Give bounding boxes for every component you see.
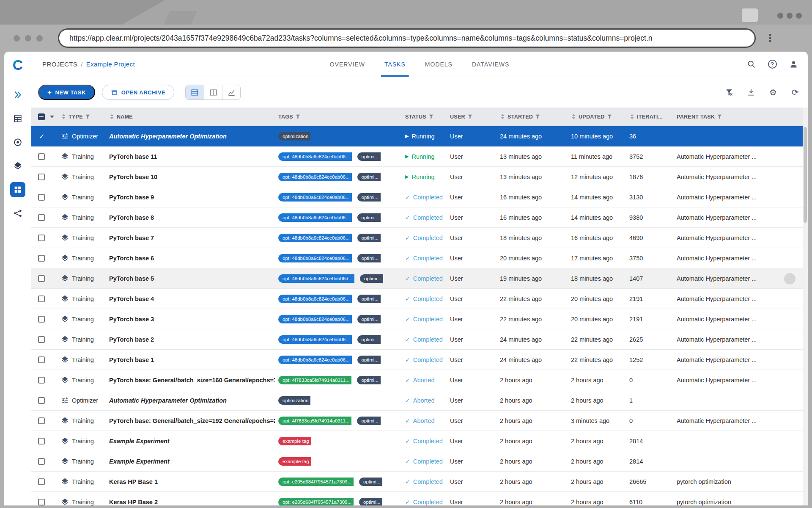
row-checkbox[interactable]	[38, 235, 45, 241]
sort-icon[interactable]	[571, 113, 576, 120]
row-checkbox[interactable]	[38, 153, 45, 160]
task-name: Automatic Hyperparameter Optimization	[106, 133, 275, 140]
row-checkbox[interactable]	[38, 214, 45, 221]
table-row[interactable]: Training PyTorch base 3 opt: 48db0b8a6c8…	[31, 309, 808, 329]
table-row[interactable]: Training Keras HP Base 2 opt: e205d684f7…	[31, 492, 808, 505]
nav-item-dashboard[interactable]	[10, 87, 25, 102]
table-row[interactable]: Training PyTorch base 9 opt: 48db0b8a6c8…	[31, 187, 808, 207]
table-view-button[interactable]	[186, 85, 204, 99]
breadcrumb-projects[interactable]: PROJECTS	[42, 61, 77, 68]
sort-icon[interactable]	[500, 113, 505, 120]
nav-item-experiments-active[interactable]	[10, 182, 25, 197]
table-row[interactable]: Training PyTorch base 6 opt: 48db0b8a6c8…	[31, 248, 808, 268]
settings-icon[interactable]: ⚙	[768, 87, 778, 97]
breadcrumb-current-project[interactable]: Example Project	[86, 61, 135, 68]
tab-overview[interactable]: OVERVIEW	[330, 52, 365, 77]
vertical-scrollbar[interactable]	[803, 108, 808, 505]
task-name: Example Experiment	[106, 458, 275, 465]
column-header[interactable]: PARENT TASK	[673, 114, 808, 120]
row-checkbox[interactable]	[38, 316, 45, 323]
table-row[interactable]: Training PyTorch base 7 opt: 48db0b8a6c8…	[31, 228, 808, 248]
browser-buttons[interactable]	[14, 35, 43, 41]
column-header[interactable]: TYPE	[58, 113, 106, 120]
split-view-button[interactable]	[204, 85, 222, 99]
row-checkbox[interactable]	[38, 133, 45, 140]
row-checkbox[interactable]	[38, 174, 45, 180]
row-checkbox[interactable]	[38, 356, 45, 363]
scrollbar-thumb[interactable]	[804, 127, 807, 223]
clearml-logo[interactable]: C	[10, 57, 26, 73]
browser-menu-icon[interactable]: ⋮	[765, 33, 775, 43]
row-checkbox[interactable]	[38, 275, 45, 282]
sort-icon[interactable]	[61, 113, 66, 120]
chart-view-button[interactable]	[222, 85, 240, 99]
tab-tasks[interactable]: TASKS	[384, 52, 406, 77]
grid-icon	[13, 114, 22, 123]
row-checkbox[interactable]	[38, 438, 45, 444]
row-checkbox[interactable]	[38, 295, 45, 302]
column-header[interactable]: STARTED	[497, 113, 568, 120]
row-checkbox[interactable]	[38, 478, 45, 485]
column-header[interactable]: NAME	[106, 113, 275, 120]
nav-item-datasets[interactable]	[10, 158, 25, 174]
row-checkbox[interactable]	[38, 397, 45, 404]
table-row[interactable]: Training PyTorch base 2 opt: 48db0b8a6c8…	[31, 329, 808, 350]
download-icon[interactable]	[746, 87, 756, 97]
profile-icon[interactable]	[788, 59, 798, 69]
row-checkbox[interactable]	[38, 458, 45, 465]
training-type-icon	[61, 376, 69, 384]
table-row[interactable]: Training PyTorch base 10 opt: 48db0b8a6c…	[31, 167, 808, 187]
table-row[interactable]: Training PyTorch base 8 opt: 48db0b8a6c8…	[31, 207, 808, 228]
filter-icon[interactable]	[717, 114, 722, 119]
column-header[interactable]: ITERATI...	[626, 113, 673, 120]
row-checkbox[interactable]	[38, 499, 45, 505]
search-icon[interactable]	[746, 59, 756, 69]
sort-icon[interactable]	[629, 113, 635, 120]
help-icon[interactable]: ?	[767, 59, 777, 69]
status-icon: ✓	[405, 316, 410, 322]
table-row[interactable]: Training PyTorch base: General/batch_siz…	[31, 411, 808, 431]
column-header[interactable]: STATUS	[402, 114, 447, 120]
table-row[interactable]: Training PyTorch base 5 opt: 48db0b8a6c8…	[31, 268, 808, 289]
chevron-down-icon[interactable]	[50, 116, 54, 118]
table-row[interactable]: Training Keras HP Base 1 opt: e205d684f7…	[31, 472, 808, 492]
open-archive-button[interactable]: OPEN ARCHIVE	[102, 85, 174, 100]
new-task-button[interactable]: + NEW TASK	[38, 85, 95, 100]
row-checkbox[interactable]	[38, 377, 45, 384]
select-all-checkbox[interactable]	[38, 113, 45, 120]
table-row[interactable]: Training Example Experiment example tag …	[31, 431, 808, 451]
row-checkbox[interactable]	[38, 417, 45, 424]
clear-filters-icon[interactable]	[724, 87, 734, 97]
tab-models[interactable]: MODELS	[425, 52, 453, 77]
table-row[interactable]: Optimizer Automatic Hyperparameter Optim…	[31, 126, 808, 146]
window-control[interactable]	[742, 8, 758, 22]
address-bar[interactable]: https://app.clear.ml/projects/2043a1657f…	[58, 28, 756, 48]
column-header[interactable]: TAGS	[275, 114, 402, 120]
table-row[interactable]: Training PyTorch base 11 opt: 48db0b8a6c…	[31, 146, 808, 167]
table-row[interactable]: Training PyTorch base 4 opt: 48db0b8a6c8…	[31, 289, 808, 309]
column-header[interactable]: UPDATED	[568, 113, 626, 120]
row-checkbox[interactable]	[38, 255, 45, 262]
table-row[interactable]: Training Example Experiment example tag …	[31, 451, 808, 472]
filter-icon[interactable]	[295, 114, 301, 119]
nav-item-projects[interactable]	[10, 111, 25, 126]
window-control-dots[interactable]	[777, 13, 802, 19]
filter-icon[interactable]	[467, 114, 473, 119]
nav-item-workers[interactable]	[10, 206, 25, 221]
tab-dataviews[interactable]: DATAVIEWS	[472, 52, 509, 77]
filter-icon[interactable]	[535, 114, 540, 119]
filter-icon[interactable]	[428, 114, 434, 119]
filter-icon[interactable]	[607, 114, 612, 119]
filter-icon[interactable]	[85, 114, 91, 119]
row-checkbox[interactable]	[38, 194, 45, 201]
task-user: User	[447, 153, 497, 160]
nav-item-pipelines[interactable]	[10, 135, 25, 150]
column-header[interactable]: USER	[447, 114, 497, 120]
table-row[interactable]: Training PyTorch base: General/batch_siz…	[31, 370, 808, 390]
sort-icon[interactable]	[109, 113, 115, 120]
floating-button[interactable]	[784, 273, 796, 284]
table-row[interactable]: Optimizer Automatic Hyperparameter Optim…	[31, 390, 808, 411]
table-row[interactable]: Training PyTorch base 1 opt: 48db0b8a6c8…	[31, 350, 808, 370]
refresh-icon[interactable]: ⟳	[790, 87, 800, 97]
row-checkbox[interactable]	[38, 336, 45, 343]
